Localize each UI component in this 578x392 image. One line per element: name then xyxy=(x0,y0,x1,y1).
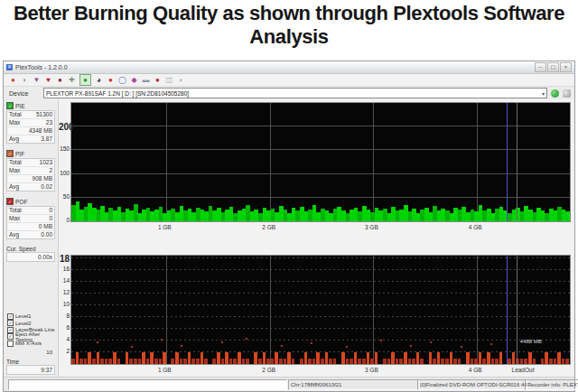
checkbox-icon[interactable] xyxy=(7,341,14,347)
burn-icon[interactable]: ● xyxy=(107,76,115,84)
chart-bar xyxy=(196,208,200,221)
app-icon: ✕ xyxy=(6,64,13,70)
option-level2[interactable]: ✓Level2 xyxy=(7,320,58,327)
sample-counter: 10 xyxy=(46,350,52,355)
stat-panel-label: POF xyxy=(15,199,27,205)
qcheck-icon[interactable]: ● xyxy=(79,74,91,86)
chart-bar xyxy=(437,210,442,221)
pif-chart: 4488 MB246810121416181 GB2 GB3 GB4 GBLea… xyxy=(59,99,574,378)
chart-bar xyxy=(146,208,151,221)
device-bar: Device PLEXTOR PX-891SAF 1.2N [ D: ] [SN… xyxy=(4,87,574,99)
chart-bar xyxy=(138,359,142,364)
chart-bar xyxy=(217,352,220,364)
chart-bar xyxy=(466,212,471,221)
stat-row: Max2 xyxy=(7,167,54,175)
y-tick-label: 8 xyxy=(59,313,70,319)
chart-bar xyxy=(474,211,479,221)
y-tick-label: 50 xyxy=(59,193,70,200)
stat-row: Total0 xyxy=(7,207,54,215)
checkbox-icon[interactable]: ✓ xyxy=(7,320,14,326)
stat-row: Max23 xyxy=(7,119,54,127)
status-input[interactable] xyxy=(8,379,287,390)
erase-icon[interactable]: ● xyxy=(56,76,64,84)
status-recorder-info: Recorder info: PLEXTOR 2D8104505280 PX-8… xyxy=(525,379,578,390)
chart-bar xyxy=(375,208,379,221)
chart-bar xyxy=(516,208,520,221)
help-icon[interactable]: ▪ xyxy=(177,76,185,84)
stat-row: Avg0.02 xyxy=(7,183,54,191)
chart-bar xyxy=(163,213,167,221)
chart-bar xyxy=(263,208,267,221)
checkbox-icon[interactable]: ✓ xyxy=(7,313,14,320)
window-titlebar: ✕ PlexTools - 1.2.0.0 – ▢ × xyxy=(4,61,574,74)
option-eject-after-testing[interactable]: ✓Eject After Testing xyxy=(7,333,58,341)
chart-bar xyxy=(250,211,255,221)
favorites-icon[interactable]: ♥ xyxy=(44,76,52,84)
pif-checkbox[interactable]: ✓ xyxy=(6,150,14,157)
chart-bar xyxy=(412,209,416,221)
chart-bar xyxy=(528,352,532,364)
chart-bar xyxy=(275,212,279,221)
chart-bar xyxy=(461,207,466,221)
chart-bar xyxy=(175,212,180,221)
drive-icon[interactable]: ◗ xyxy=(21,76,29,84)
start-test-button[interactable] xyxy=(551,89,559,98)
stat-row-label: Max xyxy=(9,215,20,222)
chart-bar xyxy=(541,210,545,221)
chart-bar xyxy=(312,205,317,221)
chart-bar xyxy=(512,210,517,221)
maximize-button[interactable]: ▢ xyxy=(547,62,559,72)
device-options-button[interactable] xyxy=(563,89,571,98)
chart-bar xyxy=(154,210,159,221)
close-button[interactable]: × xyxy=(560,62,572,72)
h-gridline xyxy=(71,316,570,317)
chart-bar xyxy=(391,207,396,221)
chart-bar xyxy=(183,359,187,364)
h-gridline xyxy=(71,173,570,174)
annotation-label: 4488 MB xyxy=(520,339,542,344)
stat-row-value: 23 xyxy=(46,119,52,126)
minimize-button[interactable]: – xyxy=(535,62,546,72)
chart-bar xyxy=(512,352,516,364)
chart-bar xyxy=(88,203,92,221)
chart-bar xyxy=(167,210,172,221)
chart-bar xyxy=(221,359,225,364)
chevron-down-icon[interactable]: ▾ xyxy=(542,90,545,97)
chart-bar xyxy=(499,207,504,221)
pof-checkbox[interactable]: ✓ xyxy=(6,198,14,205)
chart-bar xyxy=(84,359,88,364)
chart-bar xyxy=(541,359,545,364)
stop-icon[interactable]: ● xyxy=(154,76,162,84)
chart-bar xyxy=(387,213,392,221)
y-tick-label: 0 xyxy=(59,217,70,223)
chart-bar xyxy=(358,211,362,221)
chart-bar xyxy=(171,359,174,364)
h-gridline xyxy=(71,304,570,305)
checkbox-icon[interactable]: ✓ xyxy=(7,333,14,340)
stat-row-label: Total xyxy=(9,159,22,166)
chart-bar xyxy=(399,210,404,221)
device-combo[interactable]: PLEXTOR PX-891SAF 1.2N [ D: ] [SN:2D8104… xyxy=(43,88,547,98)
error-dot xyxy=(181,345,182,347)
chart-bar xyxy=(321,359,324,364)
chart-bar xyxy=(292,208,296,221)
stat-panel-body: Total1023Max2908 MBAvg0.02 xyxy=(6,158,55,191)
chart-bar xyxy=(225,210,229,221)
x-tick-label: 4 GB xyxy=(469,367,482,373)
view-icon[interactable]: ◫ xyxy=(165,76,173,84)
chart-bar xyxy=(71,359,75,364)
pie-checkbox[interactable]: ✓ xyxy=(6,102,14,109)
cd-icon[interactable]: ◕ xyxy=(95,76,103,84)
chart-bar xyxy=(545,352,548,364)
scan-icon[interactable]: ◯ xyxy=(118,76,126,84)
checkbox-icon[interactable]: ✓ xyxy=(7,327,14,333)
add-test-icon[interactable]: ✚ xyxy=(68,76,76,84)
settings-icon[interactable]: ◆ xyxy=(130,76,138,84)
disc-info-icon[interactable]: ● xyxy=(9,76,17,84)
stat-row-value: 0.00 xyxy=(41,231,52,238)
media-icon[interactable]: ▼ xyxy=(33,76,41,84)
option-level1[interactable]: ✓Level1 xyxy=(7,313,58,321)
chart-bar xyxy=(304,211,309,221)
error-dot xyxy=(490,343,492,345)
report-icon[interactable]: ▬ xyxy=(142,76,150,84)
